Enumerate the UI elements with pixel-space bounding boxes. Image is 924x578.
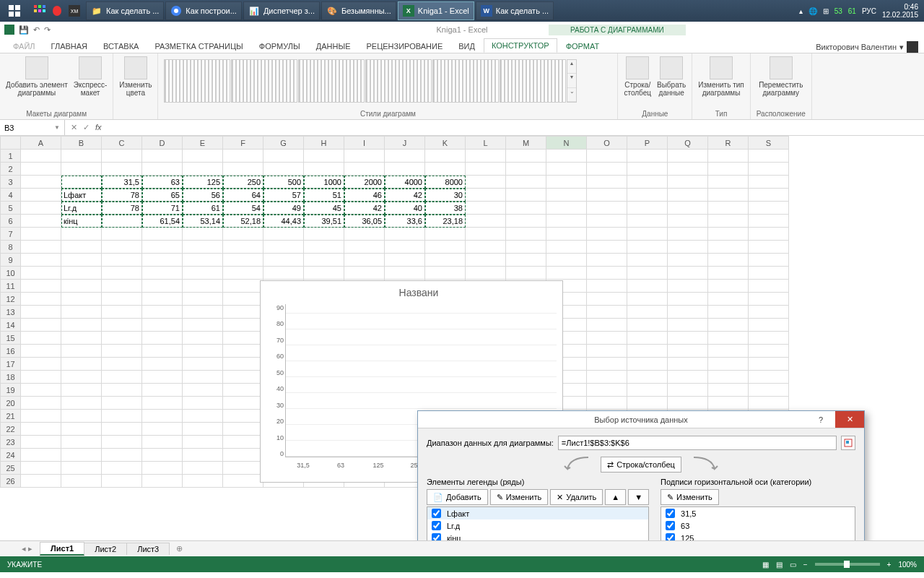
tab-format[interactable]: ФОРМАТ — [559, 40, 607, 53]
svg-rect-5 — [38, 5, 41, 8]
name-box[interactable]: B3▼ — [0, 120, 65, 135]
change-colors-button[interactable]: Изменить цвета — [119, 56, 152, 97]
tab-design[interactable]: КОНСТРУКТОР — [484, 38, 557, 53]
svg-rect-7 — [34, 9, 37, 12]
accept-formula-icon[interactable]: ✓ — [83, 123, 90, 132]
move-up-button[interactable]: ▲ — [605, 489, 626, 505]
svg-rect-4 — [34, 5, 37, 8]
switch-row-col-dialog-button[interactable]: ⇄Строка/столбец — [601, 457, 681, 473]
add-chart-element-button[interactable]: Добавить элемент диаграммы — [6, 56, 68, 97]
taskbar-item-chrome[interactable]: Как построи... — [165, 1, 242, 20]
chart-range-input[interactable] — [558, 436, 837, 450]
taskbar-item-taskmgr[interactable]: 📊Диспетчер з... — [243, 1, 320, 20]
list-item[interactable]: 63 — [661, 519, 855, 532]
move-down-button[interactable]: ▼ — [628, 489, 649, 505]
style-thumb[interactable] — [231, 59, 297, 103]
qat-undo-icon[interactable]: ↶ — [33, 25, 40, 35]
chart-styles-gallery[interactable]: ▴▾⌄ — [164, 56, 611, 105]
tray-lang[interactable]: РУС — [862, 7, 876, 15]
range-picker-icon[interactable] — [841, 436, 855, 450]
tab-home[interactable]: ГЛАВНАЯ — [44, 40, 95, 53]
style-thumb[interactable] — [164, 59, 230, 103]
remove-series-button[interactable]: ✕ Удалить — [550, 489, 603, 505]
qat-redo-icon[interactable]: ↷ — [44, 25, 51, 35]
category-list[interactable]: 31,5 63 125 250 500 — [661, 506, 855, 540]
zoom-out-button[interactable]: − — [803, 561, 808, 569]
xmplay-icon[interactable]: XM — [69, 5, 80, 17]
new-sheet-button[interactable]: ⊕ — [169, 544, 190, 553]
sheet-tab[interactable]: Лист2 — [84, 543, 127, 555]
dialog-help-icon[interactable]: ? — [806, 411, 835, 428]
fx-icon[interactable]: fx — [95, 123, 102, 132]
paint-icon: 🎨 — [326, 5, 338, 17]
apps-icon — [34, 5, 45, 17]
style-thumb[interactable] — [500, 59, 566, 103]
svg-rect-14 — [846, 441, 849, 444]
ribbon-tabs: ФАЙЛ ГЛАВНАЯ ВСТАВКА РАЗМЕТКА СТРАНИЦЫ Ф… — [0, 38, 924, 53]
chart-tools-label: РАБОТА С ДИАГРАММАМИ — [549, 25, 686, 35]
edit-series-button[interactable]: ✎ Изменить — [490, 489, 549, 505]
cancel-formula-icon[interactable]: ✕ — [71, 123, 77, 132]
tab-formulas[interactable]: ФОРМУЛЫ — [252, 40, 308, 53]
taskbar-item-paint[interactable]: 🎨Безымянны... — [321, 1, 396, 20]
tab-review[interactable]: РЕЦЕНЗИРОВАНИЕ — [359, 40, 450, 53]
switch-row-col-button[interactable]: Строка/ столбец — [624, 56, 651, 97]
quick-layout-button[interactable]: Экспресс- макет — [74, 56, 108, 97]
list-item[interactable]: кінц — [427, 532, 648, 540]
worksheet[interactable]: ABCDEFGHIJKLMNOPQRS12331,563125250500100… — [0, 136, 924, 540]
edit-axis-labels-button[interactable]: ✎ Изменить — [661, 489, 719, 505]
view-page-icon[interactable]: ▤ — [776, 561, 783, 569]
start-button[interactable] — [0, 0, 29, 22]
taskbar-item-explorer[interactable]: 📁Как сделать ... — [86, 1, 164, 20]
sheet-nav[interactable]: ◂ ▸ — [22, 544, 32, 553]
move-chart-button[interactable]: Переместить диаграмму — [759, 56, 803, 97]
sheet-tab[interactable]: Лист1 — [40, 542, 84, 556]
svg-rect-3 — [15, 12, 20, 17]
change-chart-type-button[interactable]: Изменить тип диаграммы — [698, 56, 744, 97]
tab-layout[interactable]: РАЗМЕТКА СТРАНИЦЫ — [147, 40, 250, 53]
chevron-down-icon[interactable]: ▼ — [54, 124, 60, 131]
group-colors: Изменить цвета — [113, 53, 158, 119]
tab-insert[interactable]: ВСТАВКА — [96, 40, 146, 53]
list-item[interactable]: 31,5 — [661, 507, 855, 519]
series-list[interactable]: Lфакт Lг.д кінц — [427, 506, 649, 540]
sheet-tab[interactable]: Лист3 — [126, 543, 170, 555]
taskbar-pinned-apps[interactable]: XM — [30, 1, 84, 20]
qat-save-icon[interactable]: 💾 — [19, 25, 29, 35]
tab-data[interactable]: ДАННЫЕ — [309, 40, 358, 53]
tray-net[interactable]: 53 — [834, 7, 842, 15]
tray-up-icon[interactable]: ▴ — [799, 7, 803, 15]
ribbon: Добавить элемент диаграммы Экспресс- мак… — [0, 53, 924, 120]
zoom-level[interactable]: 100% — [898, 561, 917, 569]
view-normal-icon[interactable]: ▦ — [762, 561, 769, 569]
tray-gadget-icon[interactable]: ⊞ — [823, 7, 829, 15]
list-item[interactable]: Lфакт — [427, 507, 648, 519]
signed-in-user[interactable]: Викторович Валентин ▾ — [816, 41, 918, 53]
select-data-button[interactable]: Выбрать данные — [657, 56, 686, 97]
zoom-slider[interactable] — [815, 563, 880, 566]
tray-world-icon[interactable]: 🌐 — [808, 7, 817, 15]
quick-access-toolbar: 💾 ↶ ↷ Kniga1 - Excel РАБОТА С ДИАГРАММАМ… — [0, 22, 924, 38]
add-series-button[interactable]: 📄 Добавить — [427, 489, 488, 505]
style-thumb[interactable] — [298, 59, 365, 103]
tab-file[interactable]: ФАЙЛ — [6, 40, 43, 53]
tab-view[interactable]: ВИД — [451, 40, 482, 53]
list-item[interactable]: Lг.д — [427, 519, 648, 532]
dialog-close-icon[interactable]: ✕ — [835, 411, 864, 428]
zoom-in-button[interactable]: + — [887, 561, 892, 569]
svg-rect-2 — [9, 12, 14, 17]
clock[interactable]: 0:46 12.02.2015 — [882, 3, 918, 19]
list-item[interactable]: 125 — [661, 532, 855, 540]
status-bar: УКАЖИТЕ ▦ ▤ ▭ − + 100% — [0, 556, 924, 572]
style-thumb[interactable] — [432, 59, 499, 103]
dialog-titlebar[interactable]: Выбор источника данных ? ✕ — [418, 411, 864, 428]
gallery-scroll[interactable]: ▴▾⌄ — [567, 59, 577, 103]
excel-app-icon — [4, 25, 14, 35]
chart-title[interactable]: Названи — [281, 287, 557, 298]
taskbar-item-excel[interactable]: XKniga1 - Excel — [398, 1, 474, 20]
taskbar-item-word[interactable]: WКак сделать ... — [476, 1, 554, 20]
style-thumb[interactable] — [365, 59, 432, 103]
opera-icon[interactable] — [51, 5, 63, 17]
view-break-icon[interactable]: ▭ — [790, 561, 796, 569]
tray-snd[interactable]: 61 — [848, 7, 856, 15]
